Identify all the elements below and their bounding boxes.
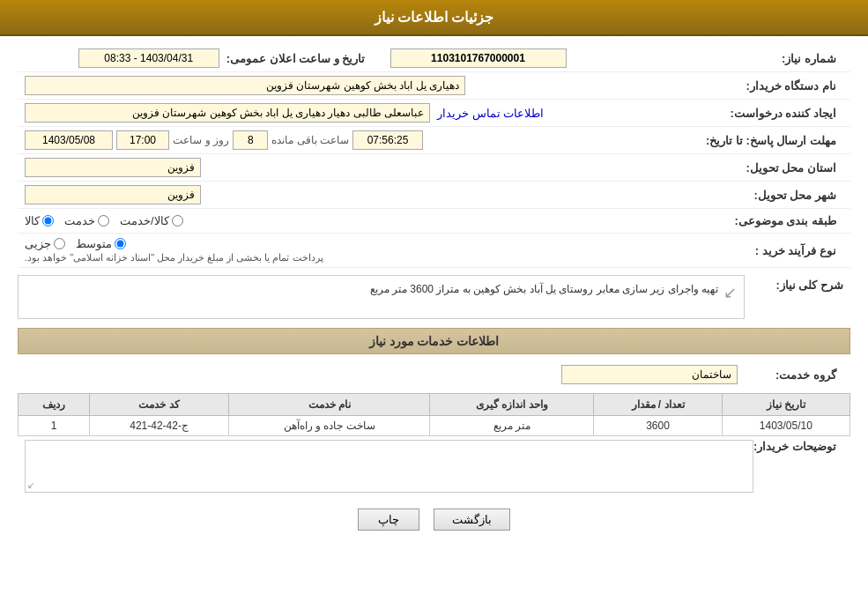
cell-quantity: 3600	[594, 416, 722, 436]
cell-row-num: 1	[19, 416, 90, 436]
requester-input[interactable]	[25, 103, 430, 123]
cell-service-name: ساخت جاده و راه‌آهن	[229, 416, 430, 436]
remaining-hours-input[interactable]	[352, 130, 423, 150]
province-label: استان محل تحویل:	[738, 161, 843, 175]
need-desc-box: ↙ تهیه واجرای زیر سازی معابر روستای یل آ…	[18, 275, 745, 319]
category-row: طبقه بندی موضوعی: کالا/خدمت خدمت کالا	[18, 209, 850, 234]
category-label: طبقه بندی موضوعی:	[734, 214, 843, 227]
need-number-label: شماره نیاز:	[738, 52, 843, 65]
cell-date: 1403/05/10	[722, 416, 849, 436]
response-days-input[interactable]	[233, 130, 268, 150]
category-goods-option[interactable]: کالا	[25, 214, 54, 227]
col-service-code: کد خدمت	[90, 394, 229, 416]
response-time-label: ساعت	[173, 134, 202, 146]
col-service-name: نام خدمت	[229, 394, 430, 416]
purchase-medium-radio[interactable]	[115, 238, 126, 249]
notes-resize-icon: ↙	[27, 480, 34, 490]
category-service-label: خدمت	[64, 214, 95, 227]
category-radio-group: کالا/خدمت خدمت کالا	[25, 214, 183, 227]
category-service-option[interactable]: خدمت	[64, 214, 109, 227]
response-deadline-row: مهلت ارسال پاسخ: تا تاریخ: ساعت باقی مان…	[18, 127, 850, 154]
page-title: جزئیات اطلاعات نیاز	[375, 10, 494, 25]
category-goods-radio[interactable]	[42, 215, 54, 227]
purchase-partial-option[interactable]: جزیی	[25, 237, 65, 250]
category-goods-service-radio[interactable]	[172, 215, 183, 227]
print-button[interactable]: چاپ	[358, 509, 419, 531]
cell-service-code: ج-42-42-421	[90, 416, 229, 436]
announce-date-input[interactable]	[78, 48, 219, 68]
purchase-ruling-text: پرداخت تمام یا بخشی از مبلغ خریدار محل "…	[25, 252, 323, 264]
province-value-cell	[25, 158, 738, 177]
purchase-type-value-cell: متوسط جزیی پرداخت تمام یا بخشی از مبلغ خ…	[25, 237, 738, 264]
col-unit: واحد اندازه گیری	[430, 394, 594, 416]
service-group-row: گروه خدمت:	[18, 361, 850, 388]
col-date: تاریخ نیاز	[722, 394, 849, 416]
buyer-notes-section: توضیحات خریدار: ↙	[18, 436, 850, 498]
contact-link[interactable]: اطلاعات تماس خریدار	[437, 107, 544, 120]
need-number-row: شماره نیاز: تاریخ و ساعت اعلان عمومی:	[18, 45, 850, 72]
category-service-radio[interactable]	[98, 215, 109, 227]
city-value-cell	[25, 185, 738, 204]
services-table: تاریخ نیاز تعداد / مقدار واحد اندازه گیر…	[18, 393, 850, 436]
resize-icon: ↙	[723, 283, 737, 302]
province-row: استان محل تحویل:	[18, 154, 850, 182]
buyer-org-row: نام دستگاه خریدار:	[18, 72, 850, 100]
requester-value-cell: اطلاعات تماس خریدار	[25, 103, 730, 123]
services-section-title: اطلاعات خدمات مورد نیاز	[18, 328, 850, 354]
remaining-hours-label: ساعت باقی مانده	[271, 134, 349, 146]
need-desc-label: شرح کلی نیاز:	[745, 275, 850, 292]
buyer-notes-label: توضیحات خریدار:	[753, 440, 843, 453]
buyer-org-input[interactable]	[25, 76, 465, 95]
city-input[interactable]	[25, 185, 201, 204]
table-header-row: تاریخ نیاز تعداد / مقدار واحد اندازه گیر…	[19, 394, 850, 416]
service-group-input[interactable]	[561, 365, 738, 384]
buyer-notes-box: ↙	[25, 440, 753, 493]
city-row: شهر محل تحویل:	[18, 182, 850, 209]
city-label: شهر محل تحویل:	[738, 189, 843, 202]
back-button[interactable]: بازگشت	[434, 509, 510, 531]
response-days-label: روز و	[205, 134, 229, 146]
response-deadline-value-cell: ساعت باقی مانده روز و ساعت	[25, 130, 706, 150]
col-row-num: ردیف	[19, 394, 90, 416]
purchase-partial-label: جزیی	[25, 237, 51, 250]
page-header: جزئیات اطلاعات نیاز	[0, 0, 868, 36]
category-goods-service-option[interactable]: کالا/خدمت	[120, 214, 183, 227]
buttons-row: بازگشت چاپ	[18, 498, 850, 541]
need-number-input[interactable]	[390, 48, 567, 68]
table-row: 1403/05/10 3600 متر مربع ساخت جاده و راه…	[19, 416, 850, 436]
requester-row: ایجاد کننده درخواست: اطلاعات تماس خریدار	[18, 100, 850, 127]
category-value-cell: کالا/خدمت خدمت کالا	[25, 214, 734, 227]
announce-date-cell: تاریخ و ساعت اعلان عمومی:	[25, 48, 390, 68]
cell-unit: متر مربع	[430, 416, 594, 436]
need-desc-section: شرح کلی نیاز: ↙ تهیه واجرای زیر سازی معا…	[18, 275, 850, 319]
purchase-type-row: نوع فرآیند خرید : متوسط جزیی پرداخت تمام…	[18, 234, 850, 268]
purchase-type-label: نوع فرآیند خرید :	[738, 244, 843, 257]
response-time-input[interactable]	[116, 130, 169, 150]
category-goods-label: کالا	[25, 214, 40, 227]
buyer-org-label: نام دستگاه خریدار:	[738, 79, 843, 93]
purchase-medium-option[interactable]: متوسط	[76, 237, 126, 250]
page-wrapper: جزئیات اطلاعات نیاز شماره نیاز: تاریخ و …	[0, 0, 868, 609]
deadline-time-group: ساعت باقی مانده روز و ساعت	[25, 130, 423, 150]
buyer-org-value-cell	[25, 76, 738, 95]
main-content: شماره نیاز: تاریخ و ساعت اعلان عمومی: نا…	[0, 36, 868, 550]
response-deadline-label: مهلت ارسال پاسخ: تا تاریخ:	[706, 134, 843, 147]
need-desc-text: تهیه واجرای زیر سازی معابر روستای یل آبا…	[26, 283, 718, 295]
purchase-medium-label: متوسط	[76, 237, 112, 250]
response-date-input[interactable]	[25, 130, 113, 150]
category-goods-service-label: کالا/خدمت	[120, 214, 169, 227]
requester-label: ایجاد کننده درخواست:	[730, 107, 843, 120]
purchase-type-radio-group: متوسط جزیی	[25, 237, 126, 250]
service-group-label: گروه خدمت:	[738, 368, 843, 382]
need-number-value-cell	[390, 48, 738, 68]
province-input[interactable]	[25, 158, 201, 177]
purchase-partial-radio[interactable]	[54, 238, 65, 249]
need-desc-row: شرح کلی نیاز: ↙ تهیه واجرای زیر سازی معا…	[18, 275, 850, 319]
announce-date-label: تاریخ و ساعت اعلان عمومی:	[219, 52, 373, 65]
col-quantity: تعداد / مقدار	[594, 394, 722, 416]
